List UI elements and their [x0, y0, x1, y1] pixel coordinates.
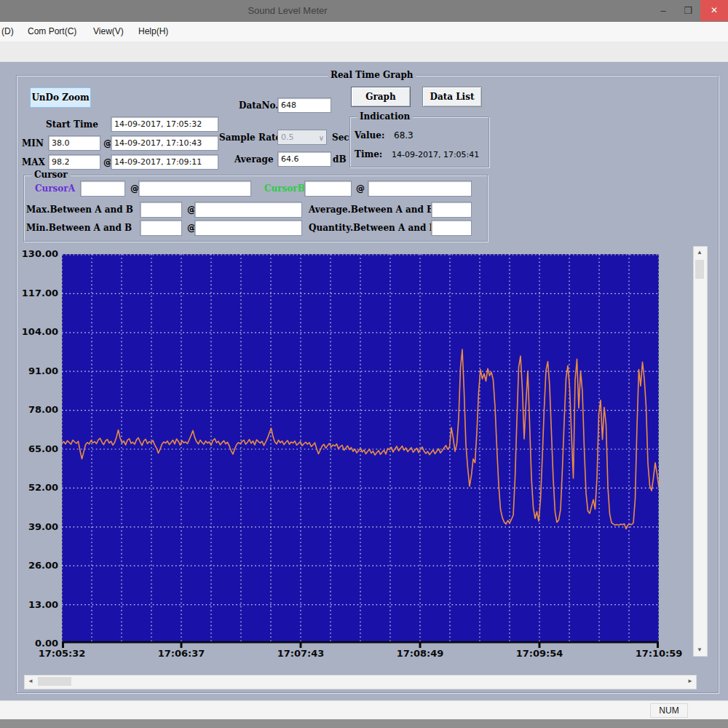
max-between-time-field[interactable]	[194, 202, 302, 218]
min-value-field[interactable]	[48, 135, 100, 151]
cursor-b-at-symbol: @	[356, 183, 365, 194]
quantity-between-field[interactable]	[431, 220, 472, 236]
x-tick-1: 17:06:37	[151, 648, 212, 659]
toolbar-strip	[0, 41, 728, 63]
menu-item-datalogger[interactable]: (D)	[1, 26, 14, 36]
y-tick-78: 78.00	[13, 404, 58, 415]
sample-rate-dropdown[interactable]: 0.5 ∨	[277, 130, 327, 145]
chevron-down-icon: ∨	[319, 131, 324, 145]
indication-group-title: Indication	[357, 111, 413, 122]
cursor-group-title: Cursor	[31, 170, 71, 180]
sample-rate-label: Sample Rate	[219, 132, 281, 143]
x-tick-4: 17:09:54	[509, 648, 570, 659]
menu-item-help[interactable]: Help(H)	[138, 26, 168, 36]
sample-rate-value: 0.5	[281, 132, 294, 142]
y-tick-0: 0.00	[13, 638, 58, 649]
realtime-chart[interactable]	[62, 254, 659, 649]
x-tick-5: 17:10:59	[628, 648, 689, 659]
cursor-a-value-field[interactable]	[80, 181, 125, 197]
datano-field[interactable]	[277, 98, 331, 113]
max-time-field[interactable]	[111, 154, 218, 170]
max-label: MAX	[22, 157, 45, 167]
average-between-field[interactable]	[431, 202, 472, 218]
min-between-value-field[interactable]	[140, 220, 182, 236]
scroll-down-icon[interactable]: ▼	[694, 644, 705, 656]
scroll-left-icon[interactable]: ◄	[25, 676, 36, 687]
average-between-label: Average.Between A and B	[309, 205, 434, 215]
max-between-value-field[interactable]	[140, 202, 182, 218]
cursor-b-time-field[interactable]	[368, 181, 472, 197]
vertical-scrollbar-thumb[interactable]	[695, 260, 704, 279]
indication-value: 68.3	[394, 130, 414, 141]
average-field[interactable]	[277, 151, 331, 167]
min-time-field[interactable]	[111, 135, 218, 151]
average-label: Average	[234, 154, 274, 165]
average-unit-label: dB	[333, 154, 347, 165]
y-tick-52: 52.00	[13, 482, 58, 493]
start-time-field[interactable]	[111, 116, 218, 132]
data-list-tab-button[interactable]: Data List	[422, 87, 482, 107]
min-label: MIN	[22, 138, 44, 149]
minimize-icon: –	[660, 5, 665, 16]
num-lock-indicator: NUM	[650, 703, 688, 718]
quantity-between-label: Quantity.Between A and B	[309, 223, 437, 233]
y-tick-130: 130.00	[13, 248, 58, 259]
y-tick-39: 39.00	[13, 521, 58, 532]
scroll-right-icon[interactable]: ►	[684, 676, 696, 687]
sound-level-plot[interactable]	[62, 254, 659, 649]
real-time-graph-group-title: Real Time Graph	[328, 70, 416, 80]
minimize-button[interactable]: –	[652, 0, 674, 21]
sample-rate-unit-label: Sec	[332, 132, 349, 143]
indication-value-label: Value:	[355, 130, 384, 141]
x-tick-0: 17:05:32	[31, 648, 92, 659]
menu-item-view[interactable]: View(V)	[93, 26, 124, 36]
vertical-scrollbar[interactable]: ▲ ▼	[693, 246, 708, 657]
y-tick-117: 117.00	[13, 288, 58, 298]
cursor-a-label: CursorA	[35, 183, 75, 194]
max-between-label: Max.Between A and B	[26, 205, 133, 215]
y-tick-13: 13.00	[13, 599, 58, 610]
x-tick-2: 17:07:43	[270, 648, 331, 659]
indication-time-label: Time:	[355, 149, 382, 159]
cursor-a-time-field[interactable]	[138, 181, 251, 197]
datano-label: DataNo.	[239, 100, 278, 111]
maximize-button[interactable]: ❒	[677, 0, 699, 21]
graph-tab-button[interactable]: Graph	[351, 87, 411, 107]
max-value-field[interactable]	[48, 154, 100, 170]
window-bottom-edge	[0, 719, 728, 728]
y-tick-104: 104.00	[13, 326, 58, 337]
indication-time: 14-09-2017, 17:05:41	[392, 150, 479, 159]
undo-zoom-button[interactable]: UnDo Zoom	[30, 87, 91, 108]
cursor-b-label: CursorB	[264, 183, 305, 194]
cursor-b-value-field[interactable]	[304, 181, 352, 197]
horizontal-scrollbar[interactable]: ◄ ►	[24, 675, 697, 689]
window-title: Sound Level Meter	[0, 0, 575, 22]
y-tick-26: 26.00	[13, 560, 58, 571]
y-tick-91: 91.00	[13, 365, 58, 376]
maximize-icon: ❒	[684, 5, 692, 16]
menu-item-com-port[interactable]: Com Port(C)	[28, 26, 76, 36]
y-tick-65: 65.00	[13, 443, 58, 454]
x-tick-3: 17:08:49	[389, 648, 451, 659]
close-button[interactable]: ✕	[700, 0, 728, 21]
status-bar	[0, 700, 728, 720]
horizontal-scrollbar-thumb[interactable]	[38, 677, 71, 686]
start-time-label: Start Time	[46, 119, 98, 130]
min-between-label: Min.Between A and B	[26, 223, 132, 233]
min-between-time-field[interactable]	[194, 220, 302, 236]
indication-groupbox	[349, 116, 489, 167]
scroll-up-icon[interactable]: ▲	[694, 247, 705, 258]
close-icon: ✕	[711, 5, 718, 15]
